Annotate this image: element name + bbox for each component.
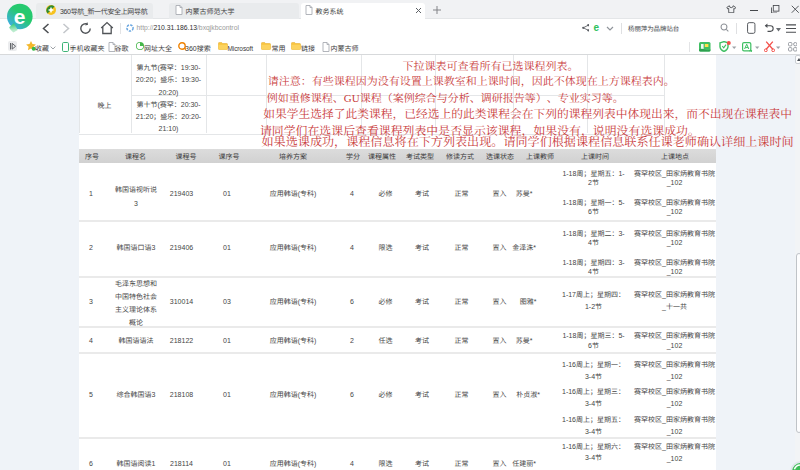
svg-text:e: e xyxy=(13,5,25,28)
